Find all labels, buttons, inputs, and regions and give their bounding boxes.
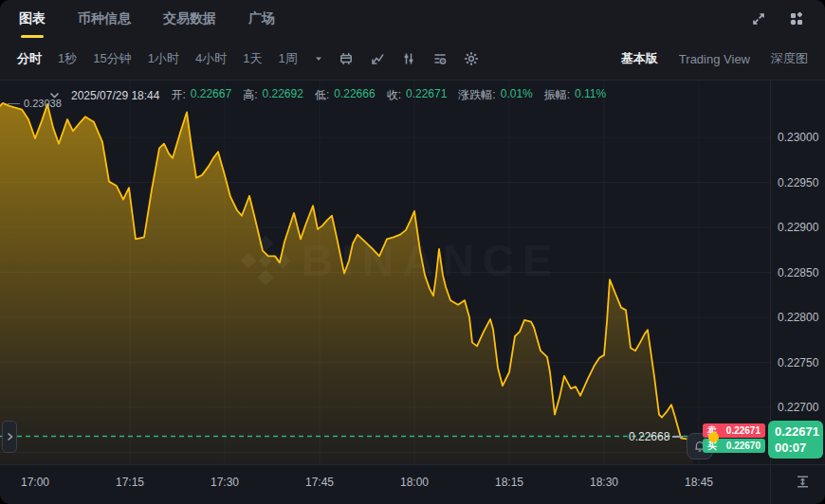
price-axis[interactable]: 0.23000 0.22950 0.22900 0.22850 0.22800 … xyxy=(770,80,825,464)
legend-close-value: 0.22671 xyxy=(406,87,447,103)
ohlc-legend: 2025/07/29 18:44 开:0.22667 高:0.22692 低:0… xyxy=(49,87,606,103)
price-axis-label: 0.22850 xyxy=(778,266,818,279)
legend-high-label: 高: xyxy=(243,87,257,103)
time-axis-label: 18:45 xyxy=(678,476,720,489)
indicator-list-icon[interactable] xyxy=(432,51,448,66)
interval-1h[interactable]: 1小时 xyxy=(148,50,179,67)
price-axis-label: 0.22950 xyxy=(778,176,818,189)
view-tradingview[interactable]: Trading View xyxy=(679,52,750,66)
current-price-countdown-box: 0.22671 00:07 xyxy=(768,421,823,459)
interval-1w[interactable]: 1周 xyxy=(278,50,297,67)
legend-low-label: 低: xyxy=(315,87,329,103)
time-scale-adjust-icon[interactable] xyxy=(795,474,811,493)
legend-high-value: 0.22692 xyxy=(263,87,303,103)
toolbar-icon-group xyxy=(339,51,479,66)
tab-coin-info[interactable]: 币种信息 xyxy=(78,0,131,38)
candle-countdown: 00:07 xyxy=(775,440,823,456)
bid-badge-value: 0.22670 xyxy=(726,441,761,451)
legend-collapse-icon[interactable] xyxy=(49,92,60,99)
interval-15m[interactable]: 15分钟 xyxy=(93,50,131,67)
view-basic[interactable]: 基本版 xyxy=(621,50,658,67)
tab-chart-label: 图表 xyxy=(19,10,46,27)
current-price-dot xyxy=(708,432,719,442)
price-axis-label: 0.22700 xyxy=(778,401,818,414)
axis-corner-divider xyxy=(770,465,771,504)
price-axis-label: 0.22750 xyxy=(778,356,818,369)
tab-trading-data-label: 交易数据 xyxy=(163,10,216,27)
legend-change-value: 0.01% xyxy=(501,87,533,103)
time-axis-label: 18:30 xyxy=(583,476,625,489)
tab-trading-data[interactable]: 交易数据 xyxy=(163,0,216,38)
left-panel-expand-button[interactable] xyxy=(2,421,17,453)
legend-close-label: 收: xyxy=(387,87,401,103)
time-axis-label: 17:15 xyxy=(109,476,151,489)
legend-amplitude-label: 振幅: xyxy=(544,87,570,103)
last-price-text: 0.22668 xyxy=(629,430,669,443)
current-price-value: 0.22671 xyxy=(775,423,823,440)
legend-amplitude-value: 0.11% xyxy=(575,87,606,103)
binance-chart-window: 图表 币种信息 交易数据 广场 分时 1秒 15分钟 1小时 4小时 1天 1周 xyxy=(0,0,825,504)
indicators-sliders-icon[interactable] xyxy=(401,51,416,66)
price-axis-label: 0.22900 xyxy=(778,221,818,234)
settings-gear-icon[interactable] xyxy=(464,51,479,66)
interval-dropdown-caret-icon[interactable] xyxy=(314,54,323,63)
candlestick-chart-icon[interactable] xyxy=(339,51,354,66)
expand-fullscreen-icon[interactable] xyxy=(751,11,766,27)
legend-datetime: 2025/07/29 18:44 xyxy=(71,89,159,102)
top-tab-bar: 图表 币种信息 交易数据 广场 xyxy=(0,0,825,38)
interval-1s[interactable]: 1秒 xyxy=(58,50,77,67)
price-axis-label: 0.22800 xyxy=(778,311,818,324)
high-label-tick xyxy=(8,103,20,104)
interval-fenshi[interactable]: 分时 xyxy=(17,50,42,67)
legend-change-label: 涨跌幅: xyxy=(458,87,495,103)
chart-view-switcher: 基本版 Trading View 深度图 xyxy=(621,50,808,67)
legend-low-value: 0.22666 xyxy=(334,87,375,103)
widgets-layout-icon[interactable] xyxy=(789,11,804,27)
interval-1d[interactable]: 1天 xyxy=(243,50,262,67)
time-axis[interactable]: 17:00 17:15 17:30 17:45 18:00 18:15 18:3… xyxy=(0,464,825,504)
time-axis-label: 18:00 xyxy=(394,476,435,489)
chart-toolbar: 分时 1秒 15分钟 1小时 4小时 1天 1周 xyxy=(0,38,825,81)
view-depth[interactable]: 深度图 xyxy=(771,50,808,67)
tab-coin-info-label: 币种信息 xyxy=(78,10,131,27)
last-price-connector xyxy=(672,436,683,438)
price-axis-label: 0.23000 xyxy=(778,131,818,144)
interval-4h[interactable]: 4小时 xyxy=(195,50,227,67)
legend-open-label: 开: xyxy=(171,87,185,103)
tabbar-icons xyxy=(751,11,806,27)
tab-square-label: 广场 xyxy=(248,10,275,27)
trend-line-drawing-icon[interactable] xyxy=(370,51,385,66)
time-axis-label: 17:45 xyxy=(299,476,340,489)
time-axis-label: 17:30 xyxy=(204,476,246,489)
ask-badge-value: 0.22671 xyxy=(726,425,761,436)
price-area-chart[interactable] xyxy=(0,80,770,464)
time-axis-label: 17:00 xyxy=(14,476,56,489)
last-price-label: 0.22668 xyxy=(629,430,683,443)
chart-plot-area[interactable]: BINANCE 2025/07/29 18:44 开:0.22667 高:0.2… xyxy=(0,80,770,464)
tab-square[interactable]: 广场 xyxy=(248,0,275,38)
legend-open-value: 0.22667 xyxy=(191,87,231,103)
tab-chart[interactable]: 图表 xyxy=(19,0,46,38)
time-axis-label: 18:15 xyxy=(488,476,530,489)
